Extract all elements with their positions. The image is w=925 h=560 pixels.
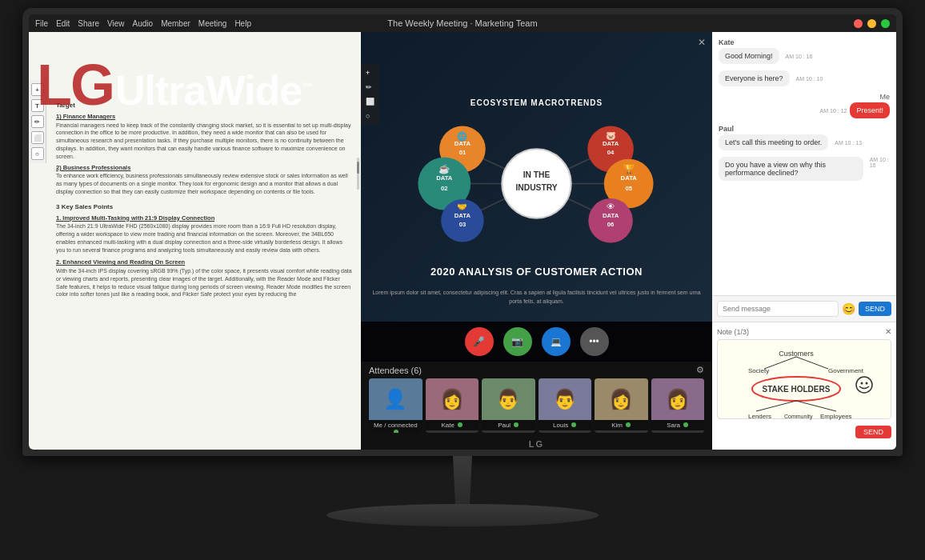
note-close-button[interactable]: ✕ [885, 327, 891, 336]
chat-sender-kate: Kate [719, 38, 890, 46]
video-toolbar-add[interactable]: + [364, 67, 376, 78]
note-drawing: Customers Society Government STAKE HOLDE… [723, 345, 886, 421]
attendee-paul-online [514, 422, 519, 427]
analysis-text: Lorem ipsum dolor sit amet, consectetur … [369, 289, 704, 306]
window-title: The Weekly Meeting · Marketing Team [387, 18, 537, 28]
chat-bubble-kate-1: Good Morning! [719, 48, 779, 64]
attendee-paul-photo: 👨 [482, 378, 535, 420]
attendee-sara: 👩 Sara [651, 378, 705, 433]
toolbar-btn-2[interactable]: T [31, 99, 44, 112]
note-send-button[interactable]: SEND [855, 426, 891, 438]
menu-share[interactable]: Share [78, 19, 99, 28]
attendee-kate-name: Kate [426, 420, 479, 430]
svg-text:DATA: DATA [454, 140, 471, 147]
svg-text:Employees: Employees [820, 413, 852, 420]
emoji-button[interactable]: 😊 [842, 302, 855, 315]
document-panel: LG UltraWide™ + T ✏ ⬜ ○ [29, 32, 361, 450]
svg-text:DATA: DATA [454, 211, 471, 218]
attendee-louis-online [571, 422, 576, 427]
svg-text:04: 04 [607, 149, 615, 156]
attendees-settings-icon[interactable]: ⚙ [696, 365, 704, 375]
menu-audio[interactable]: Audio [133, 19, 154, 28]
doc-para-1: Financial managers need to keep track of… [56, 122, 353, 161]
title-bar: File Edit Share View Audio Member Meetin… [29, 14, 896, 32]
chat-input[interactable] [717, 301, 839, 317]
toolbar-btn-1[interactable]: + [31, 83, 44, 96]
video-toggle-button[interactable]: 📷 [503, 327, 532, 356]
svg-text:Government: Government [828, 367, 864, 374]
doc-para-2: To enhance work efficiency, business pro… [56, 172, 353, 195]
maximize-button[interactable] [881, 19, 890, 28]
chat-time-3: AM 10 : 12 [820, 108, 847, 114]
svg-text:🏆: 🏆 [623, 163, 635, 174]
chat-message-kate-2: Everyone is here? AM 10 : 10 [719, 70, 890, 86]
svg-text:05: 05 [625, 184, 632, 191]
menu-view[interactable]: View [107, 19, 125, 28]
attendee-sara-name: Sara [651, 420, 705, 430]
minimize-button[interactable] [867, 19, 876, 28]
chat-sender-me: Me [719, 93, 890, 101]
video-toolbar-rect[interactable]: ⬜ [364, 96, 376, 107]
window-controls [854, 19, 890, 28]
more-options-button[interactable]: ••• [580, 327, 609, 356]
chat-time-1: AM 10 : 16 [786, 54, 813, 59]
video-toolbar-pen[interactable]: ✏ [364, 82, 376, 93]
chat-time-4: AM 10 : 13 [835, 140, 862, 146]
chat-time-2: AM 10 : 10 [796, 76, 823, 82]
monitor-screen: File Edit Share View Audio Member Meetin… [29, 14, 896, 450]
note-content[interactable]: Customers Society Government STAKE HOLDE… [717, 339, 891, 419]
attendees-header: Attendees (6) ⚙ [361, 362, 712, 378]
toolbar-btn-5[interactable]: ○ [31, 147, 44, 160]
chat-message-paul-2: Do you have a view on why this performan… [719, 157, 890, 181]
note-header: Note (1/3) ✕ [717, 327, 891, 336]
attendee-kim-name: Kim [595, 420, 648, 430]
svg-text:STAKE HOLDERS: STAKE HOLDERS [763, 385, 831, 394]
chat-sender-paul: Paul [719, 125, 890, 133]
svg-point-40 [866, 382, 868, 385]
svg-line-41 [764, 357, 796, 369]
close-button[interactable] [854, 19, 863, 28]
content-area: LG UltraWide™ + T ✏ ⬜ ○ [29, 32, 896, 450]
chat-bubble-paul-1: Let's call this meeting to order. [719, 134, 828, 150]
svg-text:☕: ☕ [438, 163, 450, 174]
chat-bubble-me: Present! [850, 102, 890, 118]
monitor-neck [438, 456, 487, 504]
menu-meeting[interactable]: Meeting [198, 19, 227, 28]
svg-text:Community: Community [784, 414, 813, 420]
attendees-title: Attendees (6) [369, 366, 422, 375]
chat-send-button[interactable]: SEND [859, 302, 891, 316]
svg-text:Lenders: Lenders [748, 413, 771, 420]
analysis-title: 2020 ANALYSIS OF CUSTOMER ACTION [361, 266, 712, 278]
attendee-me-online [394, 430, 398, 433]
svg-text:03: 03 [459, 220, 467, 227]
menu-edit[interactable]: Edit [56, 19, 70, 28]
attendee-kim: 👩 Kim [595, 378, 648, 433]
scrollbar[interactable] [357, 158, 359, 190]
menu-help[interactable]: Help [234, 19, 251, 28]
end-call-button[interactable]: 🎤 [465, 327, 494, 356]
close-presentation-button[interactable]: ✕ [698, 37, 706, 48]
attendee-kate: 👩 Kate [426, 378, 479, 433]
svg-text:06: 06 [607, 220, 615, 227]
toolbar-btn-4[interactable]: ⬜ [31, 131, 44, 144]
infographic-svg: IN THE INDUSTRY DATA 01 🌐 DATA 02 [369, 112, 704, 256]
video-controls: 🎤 📷 💻 ••• [361, 322, 712, 362]
menu-file[interactable]: File [35, 19, 48, 28]
video-toolbar-circle[interactable]: ○ [364, 110, 376, 122]
attendee-sara-photo: 👩 [651, 378, 705, 420]
note-title: Note (1/3) [717, 328, 749, 336]
toolbar-btn-3[interactable]: ✏ [31, 115, 44, 128]
chat-bubble-paul-2: Do you have a view on why this performan… [719, 157, 863, 181]
screen-share-button[interactable]: 💻 [542, 327, 571, 356]
svg-text:IN THE: IN THE [523, 170, 551, 179]
attendee-sara-online [683, 422, 688, 427]
video-toolbar: + ✏ ⬜ ○ [361, 64, 379, 125]
svg-text:DATA: DATA [436, 174, 453, 182]
scroll-thumb [357, 162, 359, 174]
doc-heading-sales: 3 Key Sales Points [56, 202, 353, 211]
attendee-louis: 👨 Louis [539, 378, 592, 433]
svg-text:🌐: 🌐 [457, 130, 467, 141]
attendee-louis-photo: 👨 [539, 378, 592, 420]
svg-line-42 [796, 357, 828, 369]
menu-member[interactable]: Member [161, 19, 190, 28]
